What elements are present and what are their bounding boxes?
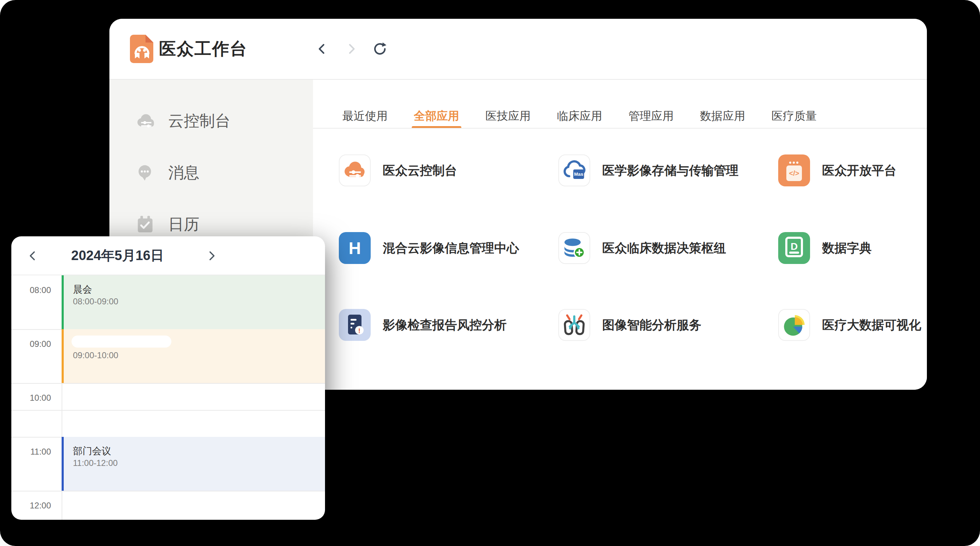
refresh-button[interactable] [372,41,388,57]
hour-label: 12:00 [11,501,51,511]
tabs-divider [313,128,927,129]
svg-text:</>: </> [789,169,799,177]
message-icon [135,162,156,183]
app-name[interactable]: 图像智能分析服务 [602,309,702,341]
cloud-settings-icon [339,155,370,186]
app-name[interactable]: 医众开放平台 [822,155,896,186]
chevron-left-icon [317,42,327,56]
hour-label: 09:00 [11,339,51,349]
sidebar-item-label: 消息 [168,162,199,183]
forward-button[interactable] [344,41,360,57]
back-button[interactable] [314,41,329,57]
tab-quality[interactable]: 医疗质量 [772,107,817,128]
lungs-icon [559,310,590,340]
tab-bar: 最近使用 全部应用 医技应用 临床应用 管理应用 数据应用 医疗质量 [342,107,817,128]
sidebar-item-label: 云控制台 [168,110,231,131]
event-time: 11:00-12:00 [73,458,118,468]
app-name[interactable]: 医疗大数据可视化 [822,309,921,341]
database-add-icon [559,233,590,263]
sidebar-item-cloud-console[interactable]: 云控制台 [135,110,313,131]
sidebar-item-messages[interactable]: 消息 [135,162,313,183]
chevron-left-icon [28,250,38,262]
app-tile-clinical-data-hub[interactable] [558,232,590,264]
hour-label: 10:00 [11,393,51,403]
calendar-panel: 2024年5月16日 08:00 09:00 10:00 11:00 12:00… [11,236,325,520]
refresh-icon [372,42,387,56]
svg-text:!: ! [358,327,360,334]
app-tile-hybrid-cloud[interactable]: H [339,232,371,264]
app-name[interactable]: 数据字典 [822,232,872,264]
tab-clinical[interactable]: 临床应用 [557,107,602,128]
event-title: 部门会议 [73,445,111,457]
tab-recent[interactable]: 最近使用 [342,107,388,128]
calendar-icon [135,214,156,235]
app-content: 最近使用 全部应用 医技应用 临床应用 管理应用 数据应用 医疗质量 [313,80,927,390]
dictionary-icon: D [778,232,810,264]
app-tile-report-risk[interactable]: ! [339,309,371,341]
screenshot-canvas: 医众工作台 [0,0,980,546]
chevron-right-icon [207,250,217,262]
sidebar-item-calendar[interactable]: 日历 [135,214,313,235]
calendar-event-department-meeting[interactable]: 部门会议 11:00-12:00 [62,437,325,491]
letter-h-icon: H [339,232,371,264]
cloud-console-icon [135,110,156,131]
app-name[interactable]: 影像检查报告风控分析 [383,309,507,341]
svg-text:Mas: Mas [574,171,583,177]
calendar-header: 2024年5月16日 [11,236,325,275]
hour-label: 11:00 [11,447,51,457]
redacted-title-pill [72,335,171,348]
sidebar-item-label: 日历 [168,214,199,235]
tab-management[interactable]: 管理应用 [628,107,674,128]
chevron-right-icon [346,42,357,56]
calendar-date-label: 2024年5月16日 [61,236,174,275]
event-time: 08:00-09:00 [73,297,118,307]
app-tile-bigdata-viz[interactable] [778,309,810,341]
tab-all-apps[interactable]: 全部应用 [414,107,459,128]
event-time: 09:00-10:00 [73,350,118,360]
app-logo-icon [126,33,158,64]
tab-data[interactable]: 数据应用 [700,107,745,128]
app-tile-image-storage[interactable]: Mas [558,155,590,186]
pie-chart-icon [779,310,809,340]
tab-medtech[interactable]: 医技应用 [485,107,531,128]
app-tile-open-platform[interactable]: </> [778,155,810,186]
hour-gridline [11,491,325,492]
app-title: 医众工作台 [159,19,248,79]
cloud-storage-icon: Mas [559,155,590,186]
svg-text:H: H [349,239,361,258]
report-alert-icon: ! [339,309,371,341]
calendar-day-view: 08:00 09:00 10:00 11:00 12:00 晨会 08:00-0… [11,275,325,520]
app-name[interactable]: 混合云影像信息管理中心 [383,232,519,264]
calendar-event-redacted[interactable]: 09:00-10:00 [62,329,325,383]
app-tile-image-ai[interactable] [558,309,590,341]
code-platform-icon: </> [778,155,810,186]
app-name[interactable]: 医学影像存储与传输管理 [602,155,738,186]
app-name[interactable]: 医众云控制台 [383,155,457,186]
window-header: 医众工作台 [110,19,927,80]
app-tile-data-dictionary[interactable]: D [778,232,810,264]
calendar-prev-button[interactable] [25,248,40,263]
hour-label: 08:00 [11,285,51,295]
hour-gridline [11,383,325,384]
app-tile-cloud-console[interactable] [339,155,371,186]
half-hour-gridline [11,410,325,411]
event-title: 晨会 [73,283,92,296]
calendar-next-button[interactable] [204,248,220,263]
svg-text:D: D [791,241,798,252]
app-name[interactable]: 医众临床数据决策枢纽 [602,232,726,264]
calendar-event-morning-meeting[interactable]: 晨会 08:00-09:00 [62,275,325,329]
